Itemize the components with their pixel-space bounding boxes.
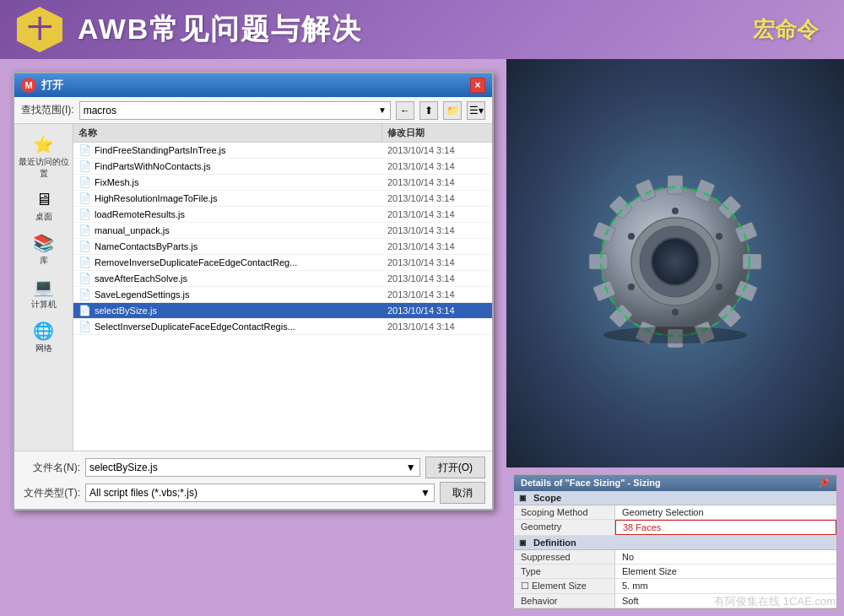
svg-rect-13 (589, 254, 608, 269)
geometry-row: Geometry 38 Faces (514, 520, 836, 536)
scoping-method-key: Scoping Method (514, 505, 615, 519)
dialog-title-left: M 打开 (21, 78, 63, 93)
file-date: 2013/10/14 3:14 (382, 256, 492, 269)
file-name: 📄 NameContactsByParts.js (73, 239, 382, 254)
folder-name: macros (84, 105, 116, 116)
filename-value: selectBySize.js (89, 462, 158, 473)
gear-visualization (506, 59, 844, 467)
svg-point-19 (652, 238, 699, 285)
filetype-row: 文件类型(T): All script files (*.vbs;*.js) ▼… (21, 482, 485, 504)
behavior-key: Behavior (514, 594, 615, 608)
nav-recent[interactable]: ⭐ 最近访问的位置 (14, 131, 73, 183)
scoping-method-value: Geometry Selection (615, 505, 836, 519)
nav-network[interactable]: 🌐 网络 (14, 317, 73, 358)
header-hex-symbol: 十 (28, 14, 51, 46)
file-icon: 📄 (78, 257, 91, 268)
definition-expand-icon: ▣ (519, 538, 527, 547)
file-name: 📄 FindFreeStandingPartsInTree.js (73, 143, 382, 158)
svg-point-24 (628, 284, 635, 290)
file-icon: 📄 (78, 289, 91, 300)
file-icon: 📄 (78, 240, 91, 252)
dialog-bottom: 文件名(N): selectBySize.js ▼ 打开(O) 文件类型(T):… (14, 451, 492, 509)
file-date: 2013/10/14 3:14 (382, 159, 492, 173)
svg-rect-5 (743, 254, 761, 269)
file-icon: 📄 (78, 208, 91, 220)
filename-row: 文件名(N): selectBySize.js ▼ 打开(O) (21, 457, 485, 478)
file-row[interactable]: 📄 SaveLegendSettings.js 2013/10/14 3:14 (73, 287, 492, 303)
file-row[interactable]: 📄 SelectInverseDuplicateFaceEdgeContactR… (73, 319, 492, 335)
file-row[interactable]: 📄 manual_unpack.js 2013/10/14 3:14 (73, 223, 492, 239)
file-list-header: 名称 修改日期 (73, 124, 492, 143)
header-hex-badge: 十 (17, 7, 62, 52)
element-size-key: ☐Element Size (514, 579, 615, 593)
file-row[interactable]: 📄 RemoveInverseDuplicateFaceEdgeContactR… (73, 255, 492, 271)
up-button[interactable]: ⬆ (419, 101, 438, 120)
file-icon: 📄 (78, 273, 91, 284)
new-folder-button[interactable]: 📁 (443, 101, 462, 120)
dialog-title-text: 打开 (41, 78, 63, 93)
nav-desktop[interactable]: 🖥 桌面 (14, 186, 73, 226)
details-pin-icon: 📌 (818, 478, 830, 489)
dialog-title-icon: M (21, 78, 36, 93)
svg-point-21 (716, 233, 722, 240)
cancel-button[interactable]: 取消 (440, 482, 485, 504)
file-row[interactable]: 📄 saveAfterEachSolve.js 2013/10/14 3:14 (73, 271, 492, 287)
element-size-row: ☐Element Size 5. mm (514, 579, 836, 594)
file-icon: 📄 (78, 144, 91, 156)
type-row: Type Element Size (514, 565, 836, 579)
scoping-method-row: Scoping Method Geometry Selection (514, 505, 836, 520)
file-name: 📄 saveAfterEachSolve.js (73, 271, 382, 286)
geometry-key: Geometry (514, 520, 615, 535)
view-button[interactable]: ☰▾ (467, 101, 485, 120)
file-date: 2013/10/14 3:14 (382, 224, 492, 237)
nav-library[interactable]: 📚 库 (14, 230, 73, 270)
file-date: 2013/10/14 3:14 (382, 143, 492, 157)
file-date: 2013/10/14 3:14 (382, 176, 492, 189)
folder-dropdown[interactable]: macros ▼ (79, 101, 391, 120)
file-row[interactable]: 📄 loadRemoteResults.js 2013/10/14 3:14 (73, 207, 492, 223)
file-row[interactable]: 📄 FindFreeStandingPartsInTree.js 2013/10… (73, 143, 492, 159)
file-icon: 📄 (78, 176, 91, 188)
details-panel: Details of "Face Sizing" - Sizing 📌 ▣ Sc… (513, 474, 837, 609)
dialog-close-button[interactable]: × (470, 78, 485, 93)
file-date: 2013/10/14 3:14 (382, 320, 492, 333)
suppressed-row: Suppressed No (514, 550, 836, 565)
file-name: 📄 FindPartsWithNoContacts.js (73, 159, 382, 174)
dropdown-arrow: ▼ (378, 105, 387, 115)
file-icon: 📄 (78, 224, 91, 236)
open-button[interactable]: 打开(O) (425, 457, 485, 478)
file-row[interactable]: 📄 NameContactsByParts.js 2013/10/14 3:14 (73, 239, 492, 255)
details-titlebar: Details of "Face Sizing" - Sizing 📌 (514, 475, 836, 491)
file-icon: 📄 (78, 160, 91, 172)
recent-icon: ⭐ (33, 134, 54, 154)
main-content: M 打开 × 查找范围(I): macros ▼ ← ⬆ 📁 ☰▾ (0, 59, 844, 616)
nav-sidebar: ⭐ 最近访问的位置 🖥 桌面 📚 库 💻 计算机 (14, 124, 73, 451)
nav-computer[interactable]: 💻 计算机 (14, 273, 73, 314)
suppressed-key: Suppressed (514, 550, 615, 564)
file-date: 2013/10/14 3:14 (382, 272, 492, 285)
file-date: 2013/10/14 3:14 (382, 288, 492, 301)
file-row[interactable]: 📄 selectBySize.js 2013/10/14 3:14 (73, 303, 492, 319)
col-date-header: 修改日期 (382, 124, 492, 142)
file-row[interactable]: 📄 FixMesh.js 2013/10/14 3:14 (73, 175, 492, 191)
svg-point-27 (603, 327, 747, 343)
file-name: 📄 manual_unpack.js (73, 223, 382, 238)
svg-point-20 (672, 208, 679, 214)
file-row[interactable]: 📄 HighResolutionImageToFile.js 2013/10/1… (73, 191, 492, 207)
definition-label: Definition (533, 538, 576, 548)
svg-rect-1 (668, 176, 683, 194)
type-value: Element Size (615, 565, 836, 578)
filetype-label: 文件类型(T): (21, 486, 80, 500)
file-icon: 📄 (78, 305, 91, 316)
file-row[interactable]: 📄 FindPartsWithNoContacts.js 2013/10/14 … (73, 159, 492, 175)
file-icon: 📄 (78, 192, 91, 204)
back-button[interactable]: ← (396, 101, 414, 120)
filename-input[interactable]: selectBySize.js ▼ (85, 458, 420, 477)
scope-section-header[interactable]: ▣ Scope (514, 491, 836, 505)
filetype-input[interactable]: All script files (*.vbs;*.js) ▼ (85, 484, 435, 502)
definition-section-header[interactable]: ▣ Definition (514, 536, 836, 550)
computer-icon: 💻 (33, 277, 54, 297)
file-date: 2013/10/14 3:14 (382, 208, 492, 221)
dialog-body: ⭐ 最近访问的位置 🖥 桌面 📚 库 💻 计算机 (14, 124, 492, 451)
left-panel: M 打开 × 查找范围(I): macros ▼ ← ⬆ 📁 ☰▾ (0, 59, 506, 616)
